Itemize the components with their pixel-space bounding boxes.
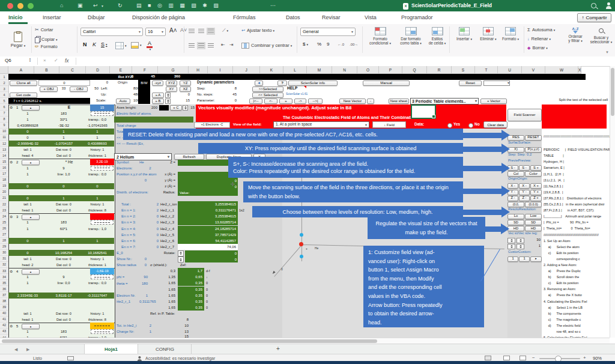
bw-button[interactable]: B/W xyxy=(138,80,150,86)
row-header[interactable]: 43 xyxy=(0,329,8,335)
hd-res-button-2[interactable]: HD xyxy=(525,226,542,231)
nav-last-button[interactable]: -->| xyxy=(308,99,323,104)
column-header[interactable]: J xyxy=(233,66,260,74)
color-button[interactable]: Col xyxy=(507,171,524,177)
row-header[interactable]: 31 xyxy=(0,256,8,262)
vec-size-spinner[interactable] xyxy=(507,238,515,243)
nav-next-button[interactable]: -> xyxy=(294,99,306,104)
column-header[interactable]: P xyxy=(379,66,402,74)
vec-size-spinner-3[interactable] xyxy=(507,244,515,249)
sheet-tab-config[interactable]: CONFIG xyxy=(139,344,192,354)
column-header[interactable]: A xyxy=(8,66,34,74)
new-vector-button[interactable]: New Vector xyxy=(339,99,366,104)
atom-selector-dropdown[interactable]: 2 Helium xyxy=(114,153,172,160)
row-header[interactable]: 38 xyxy=(0,298,8,304)
row-header[interactable]: 16 xyxy=(0,165,8,171)
z-plus-button[interactable]: Z + xyxy=(530,196,542,201)
sheet-selector-dropdown[interactable]: 3 Periodic Table elements.. xyxy=(410,98,479,105)
row-header[interactable]: 7 xyxy=(0,111,8,117)
help-question-button[interactable]: ? xyxy=(277,80,287,86)
nav-play-button[interactable]: » xyxy=(279,99,292,104)
row-header[interactable]: 13 xyxy=(0,147,8,153)
zoom-out-button[interactable]: − xyxy=(532,356,535,360)
plus-vector-button[interactable]: + Vector xyxy=(480,99,507,104)
row-header[interactable]: 1 xyxy=(0,74,8,80)
reset-button[interactable]: Reset xyxy=(459,80,482,86)
surface-p-button[interactable]: P(x,y,z) xyxy=(525,147,542,153)
arrowhead-button[interactable]: ► xyxy=(530,256,542,262)
row-header[interactable]: 37 xyxy=(0,292,8,298)
row-header[interactable]: 11 xyxy=(0,135,8,141)
low-res-button[interactable]: Lo xyxy=(507,214,524,219)
sheet-tab-hoja1[interactable]: Hoja1 xyxy=(84,344,138,354)
surface-x-button[interactable]: X) xyxy=(507,147,524,153)
yes-radio[interactable] xyxy=(447,123,452,128)
axis-a-button[interactable]: » A xyxy=(152,93,164,98)
column-header[interactable]: S xyxy=(452,66,475,74)
add-sheet-button[interactable]: + xyxy=(276,346,280,352)
row-header[interactable]: 5 xyxy=(0,98,8,104)
origin-000-button[interactable]: (0,0, xyxy=(507,202,524,207)
axis-a-spinner[interactable] xyxy=(165,93,171,98)
vec-size-spinner-2[interactable] xyxy=(517,238,524,243)
xy-button[interactable]: XY xyxy=(166,86,177,92)
row-header[interactable]: 41 xyxy=(0,317,8,323)
column-header[interactable]: F xyxy=(132,66,158,74)
select-all-corner[interactable] xyxy=(0,66,8,74)
row-header[interactable]: 42 xyxy=(0,323,8,329)
row-header[interactable]: 34 xyxy=(0,274,8,280)
column-header[interactable]: G xyxy=(158,66,189,74)
xz-button[interactable]: XZ xyxy=(180,86,191,92)
z-minus-button-2[interactable]: Z - xyxy=(519,196,530,201)
column-header[interactable]: E xyxy=(110,66,132,74)
row-header[interactable]: 19 xyxy=(0,183,8,189)
accessibility-status[interactable]: Accesibilidad: es necesario investigar xyxy=(145,356,215,360)
row-header[interactable]: 9 xyxy=(0,123,8,129)
row-header[interactable]: 18 xyxy=(0,177,8,183)
column-header[interactable]: V xyxy=(522,66,545,74)
gear-icon[interactable]: ⚙ xyxy=(10,324,13,328)
column-header[interactable]: N xyxy=(332,66,357,74)
column-header[interactable]: K xyxy=(260,66,283,74)
row-header[interactable]: 30 xyxy=(0,250,8,256)
row-header[interactable]: 22 xyxy=(0,201,8,207)
xyz-button[interactable]: XYZ xyxy=(166,80,177,86)
color-button-2[interactable]: Color xyxy=(525,171,542,177)
fwd-selected-button[interactable]: >>Selected xyxy=(252,86,283,92)
gear-icon[interactable]: ⚙ xyxy=(10,106,13,109)
custom-1-button-2[interactable]: 1 xyxy=(519,256,530,262)
row-header[interactable]: 25 xyxy=(0,219,8,225)
clone-all-button[interactable]: Clone all xyxy=(10,80,37,86)
vertical-scrollbar-thumb[interactable] xyxy=(611,68,614,116)
rotate-spinner[interactable] xyxy=(178,250,184,256)
fill-handle[interactable] xyxy=(432,115,435,118)
zoom-level[interactable]: 90% xyxy=(593,356,602,361)
page-break-view-icon[interactable] xyxy=(520,356,526,360)
split-text-label[interactable]: Split the text of the selected cell xyxy=(529,99,608,102)
gear-icon[interactable]: ⚙ xyxy=(10,270,13,273)
row-header[interactable]: 24 xyxy=(0,213,8,219)
row-header[interactable]: 26 xyxy=(0,225,8,231)
row-header[interactable]: 28 xyxy=(0,238,8,244)
row-header[interactable]: 40 xyxy=(0,311,8,317)
column-header[interactable]: B xyxy=(34,66,59,74)
get-code-button[interactable]: Get code xyxy=(10,93,37,98)
axis-b-button[interactable]: » B xyxy=(152,99,164,104)
next-sheet-icon[interactable]: ▶ xyxy=(26,347,29,351)
row-header[interactable]: 2 xyxy=(0,80,8,86)
row-header[interactable]: 27 xyxy=(0,231,8,237)
row-header[interactable]: 35 xyxy=(0,280,8,286)
row-header[interactable]: 15 xyxy=(0,159,8,165)
back-selected-button[interactable]: << Selected xyxy=(252,93,283,98)
no-radio[interactable] xyxy=(468,123,473,128)
row-header[interactable]: 39 xyxy=(0,305,8,311)
res-button[interactable]: RES xyxy=(507,135,524,141)
row-header[interactable]: 36 xyxy=(0,286,8,292)
x-minus-button-2[interactable]: X - xyxy=(519,183,530,189)
horizontal-scrollbar-thumb[interactable] xyxy=(2,339,377,343)
row-header[interactable]: 23 xyxy=(0,207,8,213)
row-header[interactable]: 33 xyxy=(0,268,8,274)
column-header[interactable]: C xyxy=(59,66,86,74)
row-header[interactable]: 20 xyxy=(0,189,8,195)
field-scanner-button[interactable]: Field Scanner xyxy=(507,109,542,121)
